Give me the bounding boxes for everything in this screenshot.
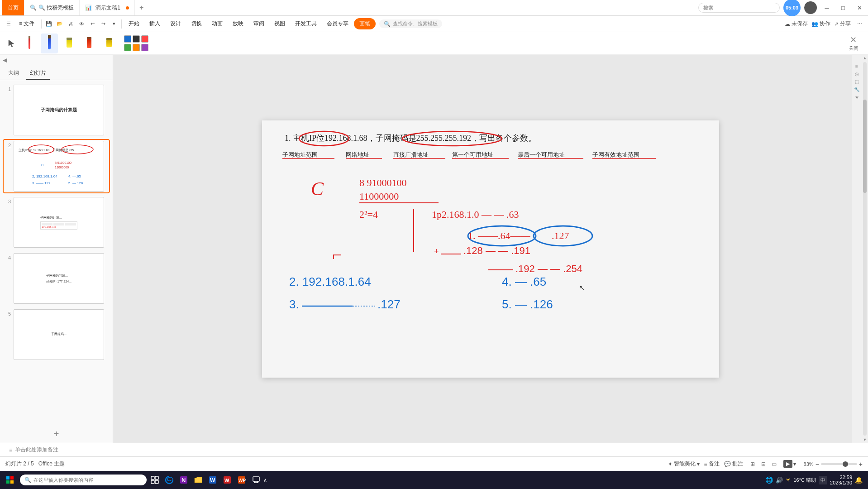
notes-bar[interactable]: ≡ 单击此处添加备注 — [0, 443, 868, 456]
slide-thumb-4[interactable]: 4 子网掩码问题... 已知IP=177.224... — [4, 252, 109, 305]
grid-view-button[interactable]: ⊟ — [758, 459, 768, 469]
panel-icon-5[interactable]: ★ — [855, 95, 859, 100]
taskbar-app1-icon[interactable]: W — [221, 474, 234, 486]
save-icon[interactable]: 💾 — [44, 19, 54, 29]
redo-icon[interactable]: ↪ — [98, 19, 108, 29]
taskbar-explorer-icon[interactable] — [192, 474, 205, 486]
tab-slides[interactable]: 幻灯片 — [26, 67, 50, 80]
normal-view-button[interactable]: ⊞ — [748, 459, 758, 469]
hamburger-icon[interactable]: ☰ — [4, 19, 14, 29]
smart-beautify-button[interactable]: ✦ 智能美化 ▾ — [668, 460, 700, 468]
show-desktop-button[interactable] — [252, 475, 261, 484]
svg-rect-57 — [151, 480, 154, 484]
scroll-down-arrow[interactable]: ▼ — [862, 436, 868, 443]
tab-outline[interactable]: 大纲 — [5, 67, 23, 80]
print-icon[interactable]: 🖨 — [66, 19, 76, 29]
tab-template[interactable]: 🔍 🔍 找稻壳模板 — [24, 0, 80, 15]
color-swatch-purple[interactable] — [141, 44, 148, 51]
taskbar-search[interactable]: 🔍 — [20, 475, 147, 485]
menu-file[interactable]: ≡ 文件 — [14, 18, 39, 29]
menu-design[interactable]: 设计 — [166, 18, 186, 29]
taskbar-search-input[interactable] — [33, 477, 124, 483]
slide-thumb-3[interactable]: 3 子网掩码计算... 192.168.1.x — [4, 196, 109, 249]
menu-animation[interactable]: 动画 — [207, 18, 227, 29]
menu-slideshow[interactable]: 放映 — [228, 18, 248, 29]
task-view-button[interactable] — [148, 474, 161, 486]
pen-red-button[interactable] — [21, 34, 38, 53]
notes-button[interactable]: ≡ 备注 — [704, 460, 720, 468]
menu-review[interactable]: 审阅 — [249, 18, 269, 29]
scroll-thumb[interactable] — [863, 100, 867, 193]
select-tool[interactable] — [5, 37, 18, 50]
panel-icon-3[interactable]: ⬚ — [855, 79, 859, 84]
comment-button[interactable]: 💬 批注 — [724, 460, 743, 468]
menu-pen[interactable]: 画笔 — [354, 18, 376, 29]
slide-thumb-1[interactable]: 1 子网掩码的计算题 — [4, 84, 109, 136]
menu-member[interactable]: 会员专享 — [322, 18, 353, 29]
tray-notification-icon[interactable]: 🔔 — [855, 476, 863, 484]
zoom-slider[interactable] — [821, 463, 857, 465]
add-slide-button[interactable]: + — [0, 425, 113, 443]
svg-text:5.  — .126: 5. — .126 — [502, 297, 553, 311]
slide-thumb-5[interactable]: 5 子网掩码... — [4, 308, 109, 361]
undo-icon[interactable]: ↩ — [87, 19, 97, 29]
menu-transition[interactable]: 切换 — [186, 18, 206, 29]
tray-language-button[interactable]: 中 — [819, 476, 827, 484]
open-icon[interactable]: 📂 — [55, 19, 65, 29]
tray-network-icon[interactable]: 🌐 — [765, 476, 773, 484]
play-button[interactable]: ▶ ▾ — [784, 459, 796, 469]
taskbar-word-icon[interactable]: W — [206, 474, 219, 486]
cloud-icon: ☁ — [785, 21, 790, 27]
tab-home[interactable]: 首页 — [2, 0, 24, 15]
svg-text:3. ——.127: 3. ——.127 — [32, 181, 51, 185]
taskbar-wps-icon[interactable]: WPS — [235, 474, 248, 486]
add-tab-button[interactable]: + — [135, 4, 148, 12]
panel-icon-4[interactable]: 🔧 — [854, 87, 859, 92]
scroll-up-arrow[interactable]: ▲ — [862, 55, 868, 61]
tray-weather-icon[interactable]: ☀ — [786, 477, 791, 483]
share-button[interactable]: ↗ 分享 — [834, 20, 851, 28]
search-bar[interactable]: 🔍 查找命令、搜索模板 — [379, 19, 442, 28]
menu-start[interactable]: 开始 — [124, 18, 144, 29]
maximize-button[interactable]: □ — [837, 2, 849, 13]
slide-thumb-2[interactable]: 2 主机IP位192.168.1.68，子网掩码是255 C 8 9100010… — [4, 140, 109, 192]
vertical-scrollbar[interactable]: ▲ ▼ — [862, 55, 868, 443]
pen-blue-button[interactable] — [41, 34, 58, 53]
close-pen-button[interactable]: ✕ 关闭 — [843, 35, 863, 52]
color-swatch-green[interactable] — [124, 44, 131, 51]
close-button[interactable]: ✕ — [853, 2, 866, 13]
menu-devtools[interactable]: 开发工具 — [291, 18, 321, 29]
title-search-input[interactable] — [698, 3, 780, 13]
collab-button[interactable]: 👥 协作 — [811, 20, 830, 28]
pen-red-marker-button[interactable] — [81, 34, 98, 53]
panel-icon-1[interactable]: ≡ — [855, 64, 858, 69]
color-swatch-red[interactable] — [141, 35, 148, 43]
sidebar-collapse-button[interactable]: ◀ — [3, 57, 7, 63]
taskbar-edge-icon[interactable] — [163, 474, 176, 486]
taskbar-onenote-icon[interactable]: N — [177, 474, 190, 486]
save-button[interactable]: ☁ 未保存 — [785, 20, 808, 28]
tray-volume-icon[interactable]: 🔊 — [776, 477, 783, 484]
panel-icon-2[interactable]: ◎ — [855, 72, 859, 77]
more-menu-icon[interactable]: ⋯ — [854, 19, 864, 29]
menu-view[interactable]: 视图 — [270, 18, 290, 29]
tray-expand-button[interactable]: ∧ — [263, 477, 267, 483]
pen-yellow-marker-button[interactable] — [100, 34, 118, 53]
zoom-label[interactable]: 83% — [804, 461, 814, 467]
zoom-out-button[interactable]: − — [816, 460, 819, 468]
menu-insert[interactable]: 插入 — [145, 18, 165, 29]
color-swatch-dark[interactable] — [133, 35, 140, 43]
start-button[interactable] — [2, 474, 18, 486]
tab-doc[interactable]: 📊 演示文稿1 — [80, 0, 135, 15]
zoom-in-button[interactable]: + — [859, 460, 863, 468]
minimize-button[interactable]: ─ — [820, 2, 833, 13]
zoom-thumb[interactable] — [843, 461, 848, 467]
more-icon[interactable]: ▾ — [109, 19, 119, 29]
color-swatch-blue[interactable] — [124, 35, 131, 43]
reading-view-button[interactable]: ▭ — [769, 459, 779, 469]
svg-text:主机IP位192.168.1.68，子网掩码是255: 主机IP位192.168.1.68，子网掩码是255 — [19, 149, 74, 152]
color-swatch-orange[interactable] — [133, 44, 140, 51]
preview-icon[interactable]: 👁 — [76, 19, 86, 29]
pen-yellow-button[interactable] — [61, 34, 78, 53]
slide-canvas[interactable]: 1. 主机IP位192.168.1.68，子网掩码是255.255.255.19… — [262, 120, 719, 378]
